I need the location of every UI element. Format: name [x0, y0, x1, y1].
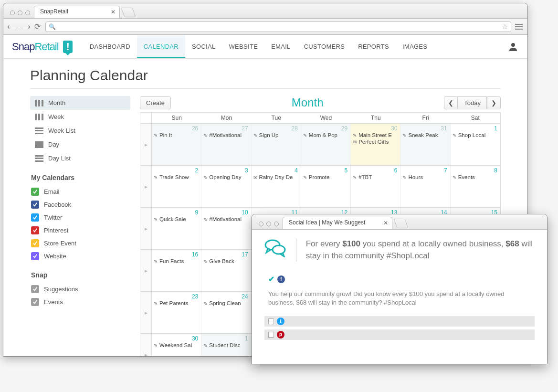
calendar-event[interactable]: ✎Pet Parents: [154, 300, 199, 307]
calendar-cell[interactable]: 30✎Weekend Sal: [152, 334, 201, 356]
checkbox[interactable]: [268, 332, 274, 338]
calendar-event[interactable]: ✎Give Back: [203, 258, 249, 265]
calendar-event[interactable]: ✎Spring Clean: [203, 300, 249, 307]
calendar-store-event[interactable]: Store Event: [30, 237, 130, 250]
calendar-twitter[interactable]: Twitter: [30, 211, 130, 224]
nav-calendar[interactable]: CALENDAR: [137, 35, 185, 58]
network-row-twitter[interactable]: t: [264, 316, 535, 327]
calendar-event[interactable]: ✎Opening Day: [203, 174, 249, 180]
window-controls[interactable]: [7, 7, 34, 18]
popup-window-controls[interactable]: [256, 218, 283, 229]
nav-email[interactable]: EMAIL: [264, 35, 297, 58]
calendar-event[interactable]: ✎Weekend Sal: [154, 342, 199, 349]
calendar-event[interactable]: ✎#Motivational: [203, 216, 249, 222]
prev-button[interactable]: ❮: [444, 96, 458, 109]
row-expand-toggle[interactable]: ▸: [140, 250, 152, 291]
forward-icon[interactable]: ⟶: [21, 22, 29, 31]
nav-dashboard[interactable]: DASHBOARD: [83, 35, 137, 58]
calendar-event[interactable]: ✎Shop Local: [453, 132, 498, 138]
bookmark-icon[interactable]: ☆: [502, 22, 508, 31]
calendar-cell[interactable]: 24✎Spring Clean: [201, 292, 251, 333]
calendar-event[interactable]: ✎Sneak Peak: [402, 132, 448, 138]
calendar-event[interactable]: ✎Trade Show: [154, 174, 199, 180]
calendar-cell[interactable]: 30✎Main Street E✉Perfect Gifts: [351, 124, 400, 165]
calendar-event[interactable]: ✎Events: [453, 174, 498, 180]
back-icon[interactable]: ⟵: [8, 22, 17, 31]
calendar-event[interactable]: ✎Quick Sale: [154, 216, 199, 222]
calendar-event[interactable]: ✉Rainy Day De: [253, 174, 299, 180]
calendar-cell[interactable]: 29✎Mom & Pop: [301, 124, 351, 165]
row-expand-toggle[interactable]: ▸: [140, 208, 152, 249]
url-bar[interactable]: 🔍 ☆: [45, 21, 511, 32]
new-tab-button[interactable]: [393, 219, 408, 228]
calendar-event[interactable]: ✎Main Street E: [353, 132, 398, 138]
nav-website[interactable]: WEBSITE: [222, 35, 265, 58]
calendar-events[interactable]: Events: [30, 296, 130, 308]
calendar-event[interactable]: ✎Promote: [303, 174, 348, 180]
calendar-cell[interactable]: 1✎Student Disc: [201, 334, 251, 356]
calendar-cell[interactable]: 31✎Sneak Peak: [400, 124, 450, 165]
reload-icon[interactable]: ⟳: [33, 22, 42, 31]
calendar-event[interactable]: ✉Perfect Gifts: [353, 138, 398, 145]
next-button[interactable]: ❯: [487, 96, 501, 109]
view-day-list[interactable]: Day List: [30, 151, 130, 165]
calendar-cell[interactable]: 7✎Hours: [400, 166, 450, 207]
new-tab-button[interactable]: [121, 8, 136, 17]
calendar-cell[interactable]: 27✎#Motivational: [201, 124, 251, 165]
calendar-facebook[interactable]: Facebook: [30, 198, 130, 211]
calendar-cell[interactable]: 6✎#TBT: [351, 166, 400, 207]
calendar-cell[interactable]: 26✎Pin It: [152, 124, 201, 165]
calendar-cell[interactable]: 3✎Opening Day: [201, 166, 251, 207]
calendar-cell[interactable]: 10✎#Motivational: [201, 208, 251, 249]
calendar-cell[interactable]: 9✎Quick Sale: [152, 208, 201, 249]
browser-tab[interactable]: SnapRetail ✕: [34, 6, 120, 18]
calendar-event[interactable]: ✎Pin It: [154, 132, 199, 138]
view-week-list[interactable]: Week List: [30, 124, 130, 138]
row-expand-toggle[interactable]: ▸: [140, 124, 152, 165]
row-expand-toggle[interactable]: ▸: [140, 166, 152, 207]
url-input[interactable]: [59, 23, 499, 30]
calendar-event[interactable]: ✎Hours: [402, 174, 448, 180]
calendar-event[interactable]: ✎Sign Up: [253, 132, 299, 138]
calendar-event[interactable]: ✎#TBT: [353, 174, 398, 180]
checkbox[interactable]: [31, 239, 39, 247]
calendar-suggestions[interactable]: Suggestions: [30, 283, 130, 296]
app-logo[interactable]: SnapRetail !: [12, 41, 73, 53]
popup-tab[interactable]: Social Idea | May We Suggest ✕: [283, 217, 392, 229]
view-month[interactable]: Month: [30, 96, 130, 110]
checkbox[interactable]: [31, 188, 39, 196]
menu-icon[interactable]: [515, 24, 523, 30]
network-row-pinterest[interactable]: p: [264, 329, 535, 340]
checkbox[interactable]: [31, 213, 39, 222]
view-week[interactable]: Week: [30, 110, 130, 124]
calendar-website[interactable]: Website: [30, 250, 130, 263]
row-expand-toggle[interactable]: ▸: [140, 334, 152, 356]
checkbox[interactable]: [31, 285, 39, 293]
calendar-cell[interactable]: 17✎Give Back: [201, 250, 251, 291]
calendar-email[interactable]: Email: [30, 185, 130, 198]
calendar-cell[interactable]: 5✎Promote: [301, 166, 351, 207]
calendar-cell[interactable]: 2✎Trade Show: [152, 166, 201, 207]
nav-images[interactable]: IMAGES: [396, 35, 434, 58]
calendar-cell[interactable]: 4✉Rainy Day De: [252, 166, 301, 207]
checkbox[interactable]: [268, 318, 274, 324]
nav-social[interactable]: SOCIAL: [185, 35, 222, 58]
calendar-cell[interactable]: 23✎Pet Parents: [152, 292, 201, 333]
calendar-event[interactable]: ✎Fun Facts: [154, 258, 199, 265]
checkbox[interactable]: [31, 201, 39, 209]
checkbox[interactable]: [31, 252, 39, 260]
close-icon[interactable]: ✕: [383, 220, 388, 226]
calendar-cell[interactable]: 8✎Events: [451, 166, 500, 207]
nav-customers[interactable]: CUSTOMERS: [297, 35, 352, 58]
calendar-pinterest[interactable]: Pinterest: [30, 224, 130, 237]
calendar-event[interactable]: ✎#Motivational: [203, 132, 249, 138]
view-day[interactable]: Day: [30, 138, 130, 151]
calendar-cell[interactable]: 1✎Shop Local: [451, 124, 500, 165]
calendar-event[interactable]: ✎Mom & Pop: [303, 132, 348, 138]
today-button[interactable]: Today: [458, 96, 487, 109]
create-button[interactable]: Create: [140, 96, 171, 109]
network-row-facebook[interactable]: ✔ f: [264, 273, 535, 285]
row-expand-toggle[interactable]: ▸: [140, 292, 152, 333]
close-icon[interactable]: ✕: [111, 9, 116, 15]
nav-reports[interactable]: REPORTS: [351, 35, 396, 58]
